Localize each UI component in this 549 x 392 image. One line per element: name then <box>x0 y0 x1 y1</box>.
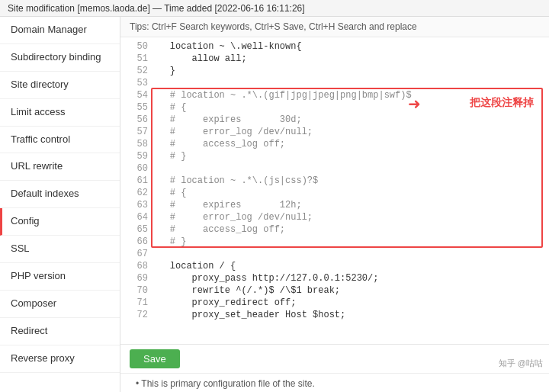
title-text: Site modification [memos.laoda.de] — Tim… <box>8 3 305 14</box>
main-container: Domain ManagerSubdirectory bindingSite d… <box>0 17 549 392</box>
sidebar-item-reverse-proxy[interactable]: Reverse proxy <box>0 345 120 373</box>
table-row: 67 <box>120 248 549 260</box>
table-row: 60 <box>120 162 549 175</box>
table-row: 50 location ~ \.well-known{ <box>120 40 549 53</box>
code-wrapper: 50 location ~ \.well-known{51 allow all;… <box>120 37 549 344</box>
save-button[interactable]: Save <box>130 349 180 368</box>
sidebar-item-php-version[interactable]: PHP version <box>0 263 120 291</box>
sidebar-item-subdirectory-binding[interactable]: Subdirectory binding <box>0 44 120 72</box>
table-row: 64 # error_log /dev/null; <box>120 211 549 223</box>
table-row: 58 # access_log off; <box>120 138 549 150</box>
save-bar: Save <box>120 344 549 373</box>
sidebar-item-config[interactable]: Config <box>0 208 120 236</box>
title-bar: Site modification [memos.laoda.de] — Tim… <box>0 0 549 17</box>
content-area: Tips: Ctrl+F Search keywords, Ctrl+S Sav… <box>120 17 549 392</box>
table-row: 52 } <box>120 65 549 77</box>
table-row: 68 location / { <box>120 260 549 272</box>
table-row: 54 # location ~ .*\.(gif|jpg|jpeg|png|bm… <box>120 89 549 101</box>
table-row: 63 # expires 12h; <box>120 199 549 211</box>
table-row: 61 # location ~ .*\.(js|css)?$ <box>120 175 549 187</box>
code-area[interactable]: 50 location ~ \.well-known{51 allow all;… <box>120 37 549 344</box>
sidebar-item-url-rewrite[interactable]: URL rewrite <box>0 153 120 181</box>
table-row: 71 proxy_redirect off; <box>120 297 549 309</box>
tips-text: Tips: Ctrl+F Search keywords, Ctrl+S Sav… <box>130 21 417 32</box>
code-table: 50 location ~ \.well-known{51 allow all;… <box>120 40 549 321</box>
watermark: 知乎 @咕咕 <box>499 358 543 369</box>
table-row: 51 allow all; <box>120 53 549 65</box>
table-row: 55 # { <box>120 101 549 114</box>
sidebar-item-redirect[interactable]: Redirect <box>0 318 120 345</box>
table-row: 65 # access_log off; <box>120 223 549 236</box>
table-row: 66 # } <box>120 236 549 248</box>
sidebar-item-site-directory[interactable]: Site directory <box>0 72 120 99</box>
table-row: 72 proxy_set_header Host $host; <box>120 309 549 321</box>
sidebar: Domain ManagerSubdirectory bindingSite d… <box>0 17 120 392</box>
sidebar-item-domain-manager[interactable]: Domain Manager <box>0 17 120 44</box>
tips-bar: Tips: Ctrl+F Search keywords, Ctrl+S Sav… <box>120 17 549 37</box>
sidebar-item-limit-access[interactable]: Limit access <box>0 99 120 127</box>
sidebar-item-composer[interactable]: Composer <box>0 291 120 318</box>
footer-note: This is primary configuration file of th… <box>120 373 549 392</box>
table-row: 56 # expires 30d; <box>120 114 549 126</box>
sidebar-item-default-indexes[interactable]: Default indexes <box>0 181 120 208</box>
sidebar-item-traffic-control[interactable]: Traffic control <box>0 127 120 154</box>
table-row: 53 <box>120 77 549 89</box>
table-row: 59 # } <box>120 150 549 162</box>
table-row: 69 proxy_pass http://127.0.0.1:5230/; <box>120 272 549 284</box>
table-row: 62 # { <box>120 187 549 199</box>
sidebar-item-ssl[interactable]: SSL <box>0 236 120 263</box>
table-row: 70 rewrite ^(/.*)$ /\$1 break; <box>120 284 549 297</box>
table-row: 57 # error_log /dev/null; <box>120 126 549 138</box>
